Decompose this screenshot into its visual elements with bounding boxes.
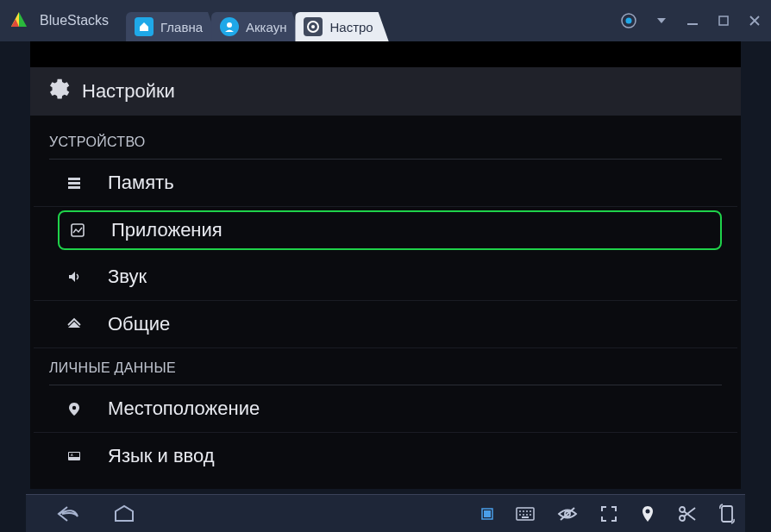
svg-point-2 — [311, 25, 315, 28]
svg-point-11 — [72, 406, 76, 410]
close-button[interactable] — [749, 15, 761, 27]
home2-icon — [65, 316, 84, 332]
svg-point-18 — [519, 510, 521, 512]
tab-label: Аккаун — [246, 20, 286, 34]
back-button[interactable] — [55, 504, 81, 523]
location-icon — [65, 401, 84, 416]
section-title-personal: ЛИЧНЫЕ ДАННЫЕ — [34, 348, 737, 385]
setting-label: Память — [108, 172, 174, 194]
svg-rect-6 — [719, 16, 728, 25]
svg-point-24 — [526, 514, 528, 516]
svg-text:A: A — [71, 453, 73, 457]
section-title-device: УСТРОЙСТВО — [34, 122, 737, 159]
svg-point-22 — [519, 514, 521, 516]
content-padding — [30, 41, 741, 67]
svg-rect-16 — [484, 510, 491, 517]
tab-home[interactable]: Главна — [126, 12, 218, 41]
svg-rect-9 — [68, 186, 80, 189]
svg-point-0 — [227, 22, 232, 28]
minimize-button[interactable] — [686, 15, 699, 27]
rotate-device-icon[interactable] — [719, 504, 735, 524]
svg-rect-10 — [72, 224, 84, 236]
setting-label: Язык и ввод — [108, 445, 215, 467]
setting-label: Звук — [108, 266, 147, 288]
storage-icon — [65, 175, 84, 191]
sound-icon — [65, 269, 84, 285]
language-icon: A — [65, 448, 84, 464]
scissors-icon[interactable] — [678, 505, 697, 523]
dropdown-icon[interactable] — [655, 15, 668, 27]
account-indicator-icon[interactable] — [621, 13, 636, 28]
svg-rect-26 — [522, 516, 529, 518]
settings-body: УСТРОЙСТВО Память Приложения Звук Общие — [30, 116, 741, 489]
svg-rect-5 — [687, 23, 698, 25]
android-navbar — [26, 494, 745, 532]
gear-icon — [304, 17, 323, 36]
svg-point-20 — [526, 510, 528, 512]
setting-label: Приложения — [111, 219, 223, 241]
settings-title: Настройки — [82, 80, 175, 103]
home-button[interactable] — [112, 504, 136, 523]
svg-point-21 — [530, 510, 531, 512]
tab-label: Главна — [160, 20, 203, 34]
apps-icon — [68, 222, 87, 238]
user-icon — [220, 17, 239, 36]
tab-settings[interactable]: Настро — [295, 12, 388, 41]
svg-point-19 — [523, 510, 524, 512]
window-controls — [621, 13, 761, 28]
setting-label: Общие — [108, 313, 170, 335]
svg-point-25 — [530, 514, 531, 516]
titlebar: BlueStacks Главна Аккаун Настро — [0, 0, 771, 41]
home-icon — [135, 17, 154, 36]
setting-language[interactable]: A Язык и ввод — [34, 433, 737, 479]
setting-label: Местоположение — [108, 397, 260, 420]
setting-location[interactable]: Местоположение — [34, 385, 737, 433]
keyboard-icon[interactable] — [516, 507, 535, 521]
tab-bar: Главна Аккаун Настро — [126, 0, 382, 41]
setting-apps[interactable]: Приложения — [58, 210, 722, 250]
tab-account[interactable]: Аккаун — [211, 12, 302, 41]
app-logo — [7, 9, 31, 33]
setting-general[interactable]: Общие — [34, 301, 737, 348]
svg-rect-34 — [722, 506, 732, 522]
svg-rect-7 — [68, 178, 80, 180]
svg-point-29 — [646, 509, 650, 513]
gear-icon — [44, 76, 70, 107]
svg-rect-8 — [68, 182, 80, 185]
visibility-off-icon[interactable] — [557, 506, 578, 522]
app-name: BlueStacks — [40, 13, 109, 28]
settings-header: Настройки — [30, 67, 741, 116]
fullscreen-icon[interactable] — [600, 505, 617, 523]
tab-label: Настро — [329, 20, 373, 34]
content-area: Настройки УСТРОЙСТВО Память Приложения З… — [30, 41, 741, 489]
setting-memory[interactable]: Память — [34, 160, 737, 207]
maximize-button[interactable] — [718, 15, 730, 27]
setting-sound[interactable]: Звук — [34, 253, 737, 301]
input-indicator-icon[interactable] — [481, 508, 493, 520]
svg-point-4 — [626, 18, 632, 24]
location-nav-icon[interactable] — [640, 505, 655, 523]
svg-point-23 — [523, 514, 524, 516]
